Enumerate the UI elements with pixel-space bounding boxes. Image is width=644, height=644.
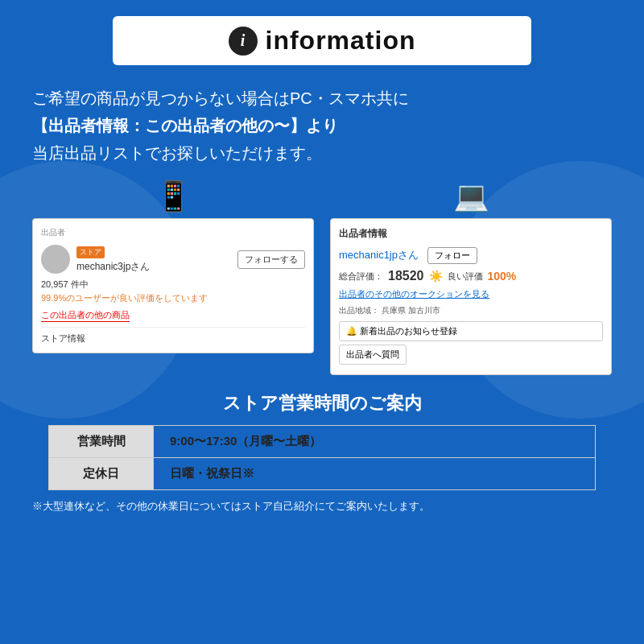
right-user-row: mechanic1jpさん フォロー (339, 247, 603, 264)
phone-icon: 📱 (155, 180, 192, 213)
desc-line1: ご希望の商品が見つからない場合はPC・スマホ共に (32, 85, 612, 112)
question-button[interactable]: 出品者へ質問 (339, 345, 407, 365)
follow-button-right[interactable]: フォロー (427, 247, 477, 264)
rating-row: 総合評価： 18520 ☀️ 良い評価 100% (339, 269, 603, 283)
good-pct: 100% (488, 270, 517, 283)
hours-row-2: 定休日 日曜・祝祭日※ (48, 457, 596, 490)
store-badge: ストア (76, 246, 105, 258)
info-icon: i (229, 27, 258, 56)
left-panel: 出品者 ストア mechanic3jpさん フォローする 20,957 件中 9… (32, 218, 314, 353)
hours-label-2: 定休日 (49, 458, 154, 489)
phone-icon-container: 📱 (155, 180, 192, 213)
laptop-icon-container: 💻 (453, 180, 489, 213)
hours-value-1: 9:00〜17:30（月曜〜土曜） (154, 426, 337, 457)
header-title: information (266, 26, 416, 56)
right-panel: 出品者情報 mechanic1jpさん フォロー 総合評価： 18520 ☀️ … (330, 218, 612, 375)
mobile-col: 📱 出品者 ストア mechanic3jpさん フォローする 20,957 件中… (32, 180, 314, 375)
screenshots-row: 📱 出品者 ストア mechanic3jpさん フォローする 20,957 件中… (32, 180, 612, 375)
other-items-link[interactable]: この出品者の他の商品 (41, 309, 130, 322)
right-panel-header: 出品者情報 (339, 227, 603, 241)
left-panel-header: 出品者 (41, 227, 305, 238)
hours-table-wrapper: 営業時間 9:00〜17:30（月曜〜土曜） 定休日 日曜・祝祭日※ (48, 425, 596, 490)
desc-line2: 【出品者情報：この出品者の他の〜】より (32, 112, 612, 139)
username: mechanic3jpさん (76, 260, 150, 274)
rating-label: 総合評価： (339, 270, 383, 283)
store-info: ストア情報 (41, 327, 305, 345)
note-text: ※大型連休など、その他の休業日についてはストア自己紹介にてご案内いたします。 (32, 498, 612, 514)
user-info: ストア mechanic3jpさん (76, 246, 150, 274)
review-percent: 99.9%のユーザーが良い評価をしています (41, 292, 305, 304)
description: ご希望の商品が見つからない場合はPC・スマホ共に 【出品者情報：この出品者の他の… (32, 85, 612, 167)
avatar (41, 245, 70, 274)
main-container: i information ご希望の商品が見つからない場合はPC・スマホ共に 【… (0, 16, 644, 644)
laptop-icon: 💻 (453, 180, 489, 213)
desc-line3: 当店出品リストでお探しいただけます。 (32, 139, 612, 167)
good-label: 良い評価 (448, 270, 483, 283)
left-panel-user: ストア mechanic3jpさん フォローする (41, 245, 305, 274)
location-row: 出品地域： 兵庫県 加古川市 (339, 305, 603, 316)
header-box: i information (113, 16, 531, 65)
auction-link[interactable]: 出品者のその他のオークションを見る (339, 288, 603, 300)
notify-button[interactable]: 🔔 新着出品のお知らせ登録 (339, 321, 603, 341)
review-count: 20,957 件中 (41, 279, 305, 291)
hours-label-1: 営業時間 (49, 426, 154, 457)
rating-num: 18520 (388, 269, 424, 283)
location-label: 出品地域： (339, 306, 379, 315)
follow-button-left[interactable]: フォローする (237, 250, 305, 269)
right-username: mechanic1jpさん (339, 249, 419, 261)
hours-value-2: 日曜・祝祭日※ (154, 458, 270, 489)
store-hours-title: ストア営業時間のご案内 (24, 391, 620, 415)
location-value: 兵庫県 加古川市 (382, 306, 440, 315)
desktop-col: 💻 出品者情報 mechanic1jpさん フォロー 総合評価： 18520 ☀… (330, 180, 612, 375)
hours-row-1: 営業時間 9:00〜17:30（月曜〜土曜） (48, 425, 596, 457)
sun-emoji: ☀️ (429, 270, 443, 283)
